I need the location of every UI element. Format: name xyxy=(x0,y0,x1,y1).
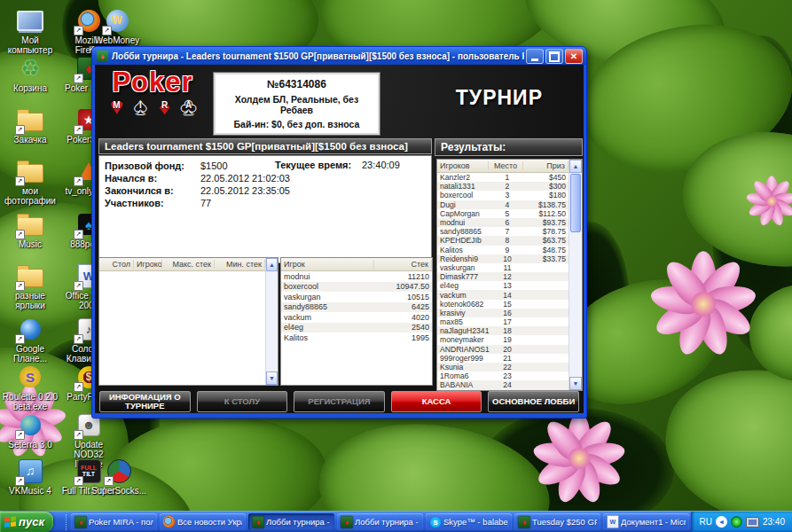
table-row[interactable]: Dimask77712 xyxy=(437,272,569,281)
column-header[interactable]: Приз xyxy=(523,161,569,170)
table-row[interactable]: naJlaguH234118 xyxy=(437,326,569,335)
table-row[interactable]: vaskurgan10515 xyxy=(281,292,432,302)
table-row[interactable]: sandy888656425 xyxy=(281,302,432,313)
info-label: Призовой фонд: xyxy=(105,160,200,172)
to-table-button[interactable]: К СТОЛУ xyxy=(197,391,288,412)
column-header[interactable]: Стол xyxy=(99,260,134,269)
table-row[interactable]: Kalitos1995 xyxy=(281,332,432,343)
table-row[interactable]: boxercool3$180 xyxy=(437,191,569,200)
desktop-icon[interactable]: ↗мои фотографии xyxy=(2,158,59,206)
folder-icon: ↗ xyxy=(17,106,43,133)
table-cell: 20 xyxy=(490,345,524,354)
table-row[interactable]: 1Roma623 xyxy=(437,372,569,380)
table-row[interactable]: el4eg2540 xyxy=(281,323,432,333)
column-header[interactable]: Игроков xyxy=(437,161,489,170)
taskbar-button-label: Tuesday $250 GP ... xyxy=(532,517,597,527)
taskbar-button[interactable]: Все новости Укра... xyxy=(160,513,246,530)
desktop-icon[interactable]: ↗SuperSocks... xyxy=(90,458,147,496)
desktop-icon[interactable]: ↗Music xyxy=(2,211,59,249)
desktop-icon[interactable]: ↗разные ярлыки xyxy=(2,262,59,310)
taskbar-button[interactable]: ♦Лобби турнира - ... xyxy=(337,513,423,530)
table-row[interactable]: el4eg13 xyxy=(437,281,569,290)
table-row[interactable]: KPEHDEJIb8$63.75 xyxy=(437,236,569,245)
window-titlebar[interactable]: ♦ Лобби турнира - Leaders tournament $15… xyxy=(92,47,586,65)
folder-icon: ↗ xyxy=(17,262,43,289)
table-row[interactable]: boxercool10947.50 xyxy=(281,282,432,293)
table-row[interactable]: modnui6$93.75 xyxy=(437,218,569,227)
maximize-button[interactable] xyxy=(545,49,563,64)
desktop-icon[interactable]: SRoulette 0.2.0 beta.exe xyxy=(2,364,59,411)
column-header[interactable]: Стек xyxy=(374,260,432,269)
results-table-main: ИгроковМестоПризKanzler21$450natali13312… xyxy=(437,160,569,390)
table-row[interactable]: kotenok068215 xyxy=(437,300,569,309)
registration-button[interactable]: РЕГИСТРАЦИЯ xyxy=(294,391,385,412)
tables-list-scrollbar[interactable]: ▲ ▼ xyxy=(265,258,278,385)
table-row[interactable]: BABANIA24 xyxy=(437,380,569,389)
scrollbar-thumb[interactable] xyxy=(570,174,581,232)
tournament-header-box: №64314086 Холдем БЛ, Реальные, без Ребае… xyxy=(214,73,380,135)
column-header[interactable]: Игроков xyxy=(134,260,162,269)
desktop-icon-label: Seterra 3.0 xyxy=(2,440,59,450)
info-value: $1500 xyxy=(200,160,228,172)
table-row[interactable]: 999roger99921 xyxy=(437,354,569,363)
taskbar-button[interactable]: ♦Tuesday $250 GP ... xyxy=(514,513,600,530)
table-row[interactable]: Kanzler21$450 xyxy=(437,173,569,182)
column-header[interactable]: Мин. стек xyxy=(215,260,265,269)
results-scrollbar[interactable]: ▲ ▼ xyxy=(569,160,582,390)
language-indicator[interactable]: RU xyxy=(700,517,712,527)
table-row[interactable]: ANDRIANOS120 xyxy=(437,345,569,354)
table-row[interactable]: sandy888657$78.75 xyxy=(437,227,569,236)
table-row[interactable]: modnui11210 xyxy=(281,271,432,282)
start-button[interactable]: пуск xyxy=(0,512,53,532)
table-row[interactable]: vaskurgan11 xyxy=(437,263,569,272)
table-row[interactable]: Ksunia22 xyxy=(437,363,569,372)
column-header[interactable]: Игрок xyxy=(281,260,374,269)
desktop-icon[interactable]: ↗Seterra 3.0 xyxy=(2,411,59,450)
desktop-icon[interactable]: ↗Google Плане... xyxy=(2,316,59,364)
desktop-icon[interactable]: ♻Корзина xyxy=(2,55,59,93)
scroll-up-icon[interactable]: ▲ xyxy=(569,160,582,173)
tables-list-main: СтолИгроковМакс. стекМин. стек xyxy=(99,258,265,385)
table-row[interactable]: vackum14 xyxy=(437,290,569,299)
players-list-main: ИгрокСтекmodnui11210boxercool10947.50vas… xyxy=(281,258,432,385)
scroll-down-icon[interactable]: ▼ xyxy=(569,377,582,390)
taskbar-button[interactable]: ♦Poker MIRA - пол... xyxy=(71,513,157,530)
scroll-down-icon[interactable]: ▼ xyxy=(266,372,278,385)
tournament-info-button[interactable]: ИНФОРМАЦИЯ О ТУРНИРЕ xyxy=(99,391,191,412)
roulette-icon: S xyxy=(17,364,43,390)
table-cell: sandy88865 xyxy=(437,227,490,236)
table-cell: 10947.50 xyxy=(375,282,432,291)
column-header[interactable]: Макс. стек xyxy=(162,260,215,269)
scroll-up-icon[interactable]: ▲ xyxy=(266,258,278,271)
tray-status-icon[interactable] xyxy=(731,516,742,528)
table-cell: 8 xyxy=(490,236,524,245)
table-row[interactable]: max8517 xyxy=(437,317,569,326)
taskbar-button[interactable]: ♦Лобби турнира - ... xyxy=(248,513,334,530)
taskbar-button[interactable]: WДокумент1 - Micr... xyxy=(603,513,689,530)
main-lobby-button[interactable]: ОСНОВНОЕ ЛОББИ xyxy=(488,391,579,412)
taskbar-clock[interactable]: 23:40 xyxy=(763,517,785,527)
tables-list-table: СтолИгроковМакс. стекМин. стек ▲ ▼ xyxy=(98,257,278,386)
table-row[interactable]: CapMorgan5$112.50 xyxy=(437,209,569,218)
desktop-icon[interactable]: Мой компьютер xyxy=(2,7,59,55)
table-row[interactable]: krasiviy16 xyxy=(437,309,569,317)
table-row[interactable]: Dugi4$138.75 xyxy=(437,200,569,209)
close-button[interactable]: ✕ xyxy=(565,49,583,64)
minimize-button[interactable] xyxy=(526,49,544,64)
table-row[interactable]: Reidenshi910$33.75 xyxy=(437,254,569,263)
tray-collapse-chevron-icon[interactable] xyxy=(716,516,727,528)
desktop-icon[interactable]: ↗Закачка xyxy=(2,106,59,145)
cashier-button[interactable]: КАССА xyxy=(391,391,482,412)
table-row[interactable]: Kalitos9$48.75 xyxy=(437,246,569,254)
taskbar-button[interactable]: SSkype™ - balabej xyxy=(426,513,512,530)
table-cell: 12 xyxy=(490,272,524,281)
desktop-icon[interactable]: ♫↗VKMusic 4 xyxy=(2,458,59,496)
table-row[interactable]: vackum4020 xyxy=(281,312,432,323)
table-cell: 4 xyxy=(490,200,524,209)
table-row[interactable]: serik6725 xyxy=(437,390,569,391)
table-row[interactable]: moneymaker19 xyxy=(437,335,569,344)
column-header[interactable]: Место xyxy=(489,161,523,170)
table-row[interactable]: natali13312$300 xyxy=(437,182,569,191)
heart-suit-icon: ♥M xyxy=(106,93,129,120)
tray-display-icon[interactable] xyxy=(746,517,759,528)
